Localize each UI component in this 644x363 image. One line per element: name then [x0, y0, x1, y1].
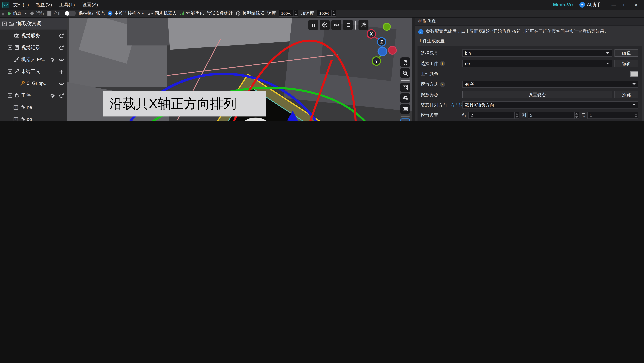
col-axis-label: 列 — [522, 112, 525, 118]
tree-item-po[interactable]: +po — [0, 113, 66, 121]
eye-icon[interactable] — [58, 57, 64, 62]
eye-icon[interactable] — [58, 81, 64, 86]
gear-icon[interactable] — [50, 57, 55, 62]
master-connect-button[interactable]: 主控连接机器人 — [108, 10, 145, 16]
tree-item-ne[interactable]: +ne — [0, 101, 66, 113]
simulate-button[interactable]: 仿真 — [8, 10, 27, 16]
axis-dot-green[interactable] — [383, 23, 390, 30]
workpiece-color-swatch[interactable] — [630, 71, 638, 77]
play-icon — [8, 11, 11, 16]
grasp-simulation-panel: 抓取仿真 i 参数配置完成后，点击界面底部的“开始仿真”按钮，即可在三维仿真空间… — [415, 18, 644, 121]
menu-item-0[interactable]: 文件(F) — [13, 2, 29, 8]
tree-item-label: 末端工具 — [21, 68, 57, 75]
tree-item--抓取仿真调-[interactable]: −*抓取仿真调... — [0, 18, 66, 30]
expand-box-icon[interactable]: + — [14, 117, 18, 121]
globe-view-button[interactable] — [400, 119, 410, 121]
chevron-down-icon — [632, 83, 636, 85]
attempt-stats-button[interactable]: 尝试次数统计 — [206, 10, 233, 16]
show-model-button[interactable] — [320, 20, 330, 30]
menu-item-2[interactable]: 工具(T) — [59, 2, 75, 8]
maximize-button[interactable]: □ — [619, 3, 630, 7]
accel-label: 加速度 — [301, 10, 314, 16]
cols-spinbox[interactable]: 3 — [528, 112, 579, 119]
carrier-edit-button[interactable]: 编辑 — [614, 50, 638, 57]
panel-keyboard-button[interactable] — [400, 104, 410, 114]
wrench-icon — [14, 69, 20, 74]
arrangement-hint-label: 沿载具X轴正方向排列 — [103, 91, 266, 117]
axis-orientation-gizmo[interactable]: X Z Y — [362, 21, 406, 81]
mode-label: 摆放方式? — [421, 81, 462, 87]
tree-item-label: *抓取仿真调... — [16, 20, 62, 27]
spin-down-icon[interactable] — [294, 14, 298, 17]
collapse-box-icon[interactable]: − — [2, 22, 7, 26]
tree-item-视觉服务[interactable]: 视觉服务 — [0, 30, 66, 42]
axis-dot-blue[interactable] — [378, 47, 387, 56]
visibility-button[interactable] — [331, 20, 341, 30]
main-toolbar: 仿真 运行 停止 保持执行状态 主控连接机器人 同步机器人 性能优化 尝试次数统… — [0, 10, 644, 18]
accel-spinbox[interactable]: 100% — [317, 10, 336, 17]
rail-separator — [401, 116, 410, 117]
help-badge-icon[interactable]: ? — [440, 61, 445, 66]
carrier-select[interactable]: bin — [462, 50, 612, 57]
close-button[interactable]: ✕ — [630, 2, 642, 8]
model-editor-button[interactable]: 模型编辑器 — [236, 10, 264, 16]
expand-box-icon[interactable]: + — [14, 105, 18, 110]
toolbar-grip[interactable] — [2, 11, 4, 16]
menu-bar: 文件(F)视图(V)工具(T)设置(S) — [13, 2, 98, 8]
pan-hand-button[interactable] — [400, 58, 410, 67]
set-pose-button[interactable]: 设置姿态 — [462, 91, 612, 98]
rows-spinbox[interactable]: 2 — [468, 112, 519, 119]
keep-state-toggle[interactable] — [64, 11, 76, 16]
sync-robot-button[interactable]: 同步机器人 — [148, 10, 177, 16]
mode-select[interactable]: 有序 — [462, 81, 638, 88]
menu-item-3[interactable]: 设置(S) — [82, 2, 98, 8]
direction-select[interactable]: 载具X轴负方向 — [462, 101, 638, 109]
ai-assistant-button[interactable]: ✦ AI助手 — [579, 2, 601, 8]
3d-viewport[interactable]: 沿载具X轴正方向排列 Tt X Z — [67, 18, 412, 121]
tree-item-label: 视觉记录 — [21, 44, 57, 51]
ground-grid-button[interactable] — [400, 93, 410, 103]
tree-item-工件[interactable]: −工件 — [0, 89, 66, 101]
collapse-box-icon[interactable]: − — [8, 69, 12, 74]
minimize-button[interactable]: — — [608, 3, 619, 7]
refresh-icon[interactable] — [58, 33, 64, 38]
camera-icon — [14, 33, 20, 38]
carrier-label: 选择载具 — [421, 50, 462, 56]
plus-icon[interactable] — [58, 69, 64, 74]
layers-spinbox[interactable]: 1 — [587, 112, 638, 119]
spin-up-icon[interactable] — [332, 10, 336, 14]
spin-down-icon[interactable] — [332, 14, 336, 17]
workpiece-select[interactable]: ne — [462, 60, 612, 67]
text-size-button[interactable]: Tt — [308, 20, 318, 30]
speed-spinbox[interactable]: 100% — [279, 10, 298, 17]
spin-up-icon[interactable] — [294, 10, 298, 14]
axis-dot-red[interactable] — [388, 46, 396, 54]
help-badge-icon[interactable]: ? — [440, 82, 445, 87]
robot-icon — [14, 57, 20, 62]
collapse-box-icon[interactable]: − — [8, 93, 12, 98]
performance-button[interactable]: 性能优化 — [180, 10, 204, 16]
tree-item-label: 0. Gripp... — [27, 81, 57, 86]
workpiece-label: 选择工件? — [421, 61, 462, 67]
row-axis-label: 行 — [462, 112, 466, 118]
chevron-down-icon — [606, 63, 609, 64]
panel-scrollbar[interactable] — [412, 18, 415, 121]
tree-item-0-Gripp-[interactable]: 0. Gripp... — [0, 77, 66, 89]
gear-icon[interactable] — [50, 93, 55, 98]
expand-box-icon[interactable]: + — [8, 45, 12, 50]
brand-label: Mech-Viz — [553, 2, 574, 8]
run-button[interactable]: 运行 — [30, 10, 45, 16]
zoom-button[interactable] — [400, 68, 410, 78]
stop-button[interactable]: 停止 — [48, 10, 62, 16]
preview-pose-button[interactable]: 预览 — [614, 91, 638, 98]
tree-item-机器人-FA-[interactable]: 机器人 FA... — [0, 54, 66, 65]
refresh-icon[interactable] — [58, 93, 64, 98]
refresh-icon[interactable] — [58, 45, 64, 50]
workpiece-edit-button[interactable]: 编辑 — [614, 60, 638, 67]
menu-item-1[interactable]: 视图(V) — [36, 2, 52, 8]
list-button[interactable] — [343, 20, 353, 30]
chevron-down-icon[interactable] — [24, 13, 27, 14]
tree-item-末端工具[interactable]: −末端工具 — [0, 65, 66, 77]
tree-item-视觉记录[interactable]: +视觉记录 — [0, 42, 66, 54]
fit-view-button[interactable] — [400, 83, 410, 92]
